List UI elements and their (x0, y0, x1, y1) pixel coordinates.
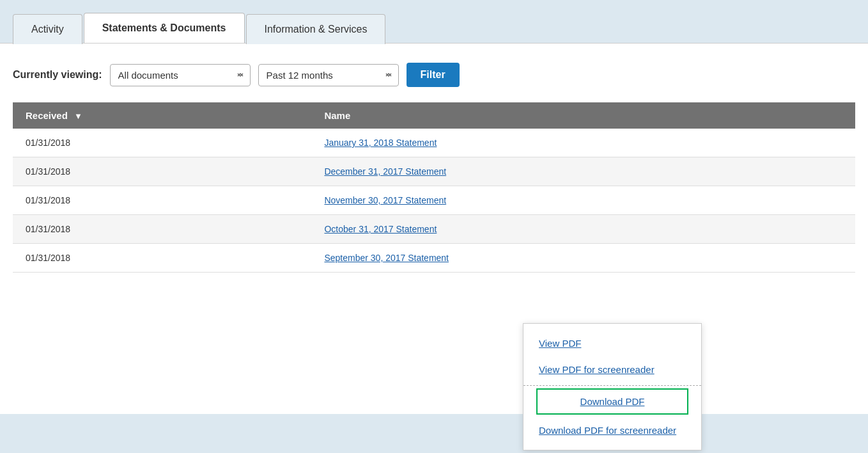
view-pdf-link[interactable]: View PDF (523, 330, 701, 356)
document-name[interactable]: October 31, 2017 Statement (311, 215, 855, 244)
popup-menu: View PDF View PDF for screenreader Downl… (523, 323, 702, 450)
col-name: Name (311, 102, 855, 129)
download-pdf-link[interactable]: Download PDF (536, 388, 688, 415)
tab-information[interactable]: Information & Services (246, 14, 386, 44)
received-date: 01/31/2018 (13, 157, 311, 186)
document-name[interactable]: November 30, 2017 Statement (311, 186, 855, 215)
table-header: Received ▼ Name (13, 102, 855, 129)
documents-select[interactable]: All documents Statements Tax Documents T… (110, 64, 251, 86)
table-row: 01/31/2018 December 31, 2017 Statement (13, 157, 855, 186)
data-table: Received ▼ Name 01/31/2018 January 31, 2… (13, 102, 855, 273)
filter-button[interactable]: Filter (407, 63, 460, 87)
filter-row: Currently viewing: All documents Stateme… (13, 63, 855, 87)
period-select[interactable]: Past 12 months Past 6 months Past 3 mont… (258, 64, 399, 86)
received-date: 01/31/2018 (13, 244, 311, 273)
col-received[interactable]: Received ▼ (13, 102, 311, 129)
download-pdf-screenreader-link[interactable]: Download PDF for screenreader (523, 417, 701, 443)
received-date: 01/31/2018 (13, 129, 311, 157)
filter-label: Currently viewing: (13, 69, 102, 81)
content-area: Currently viewing: All documents Stateme… (0, 43, 868, 414)
table-wrapper: Received ▼ Name 01/31/2018 January 31, 2… (13, 102, 855, 273)
tabs-bar: Activity Statements & Documents Informat… (0, 13, 868, 43)
popup-divider (523, 385, 701, 386)
table-row: 01/31/2018 November 30, 2017 Statement (13, 186, 855, 215)
tab-activity[interactable]: Activity (13, 14, 82, 44)
table-row: 01/31/2018 September 30, 2017 Statement (13, 244, 855, 273)
sort-arrow-icon: ▼ (74, 111, 82, 121)
received-date: 01/31/2018 (13, 215, 311, 244)
table-row: 01/31/2018 January 31, 2018 Statement (13, 129, 855, 157)
document-name[interactable]: September 30, 2017 Statement (311, 244, 855, 273)
document-name[interactable]: January 31, 2018 Statement (311, 129, 855, 157)
table-body: 01/31/2018 January 31, 2018 Statement 01… (13, 129, 855, 273)
page-wrapper: Activity Statements & Documents Informat… (0, 0, 868, 453)
view-pdf-screenreader-link[interactable]: View PDF for screenreader (523, 356, 701, 383)
tab-statements[interactable]: Statements & Documents (84, 13, 245, 43)
document-name[interactable]: December 31, 2017 Statement (311, 157, 855, 186)
received-date: 01/31/2018 (13, 186, 311, 215)
table-row: 01/31/2018 October 31, 2017 Statement (13, 215, 855, 244)
